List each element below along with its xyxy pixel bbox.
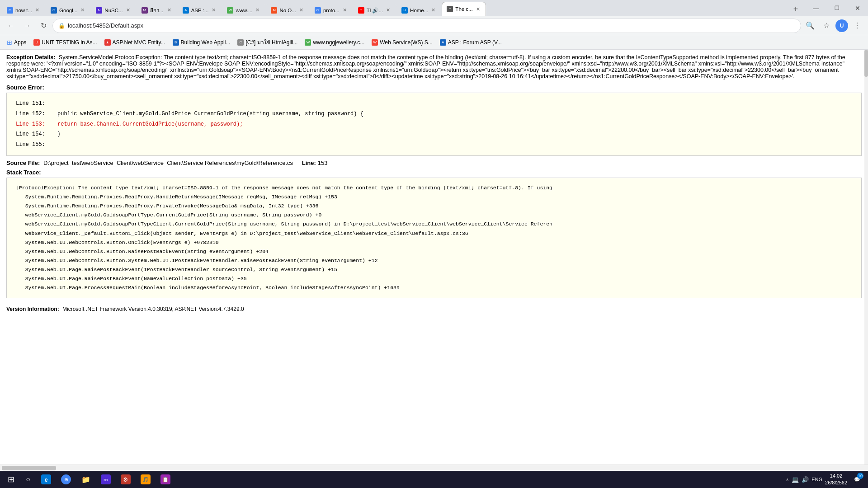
back-button[interactable]: ← (4, 19, 18, 33)
bookmark-item-2[interactable]: ▲ASP.Net MVC Entity... (101, 38, 169, 47)
stack-trace-content: [ProtocolException: The content type tex… (6, 178, 862, 299)
exception-details-text: System.ServiceModel.ProtocolException: T… (6, 54, 845, 80)
page-content: Exception Details: System.ServiceModel.P… (0, 50, 868, 465)
profile-avatar[interactable]: U (835, 19, 848, 32)
bookmark-label-5: www.nggjewellery.c... (313, 39, 364, 46)
bookmark-favicon-5: W (305, 39, 311, 46)
source-line: Line 152: public webService_Client.myGol… (16, 109, 852, 119)
tab-favicon-tab7: M (271, 7, 277, 14)
taskbar-app1[interactable]: ∞ (96, 471, 116, 488)
tab-close-tab3[interactable]: ✕ (125, 7, 131, 14)
taskbar-files[interactable]: 📁 (76, 471, 96, 488)
line-number: Line 151: (16, 99, 52, 109)
tab-tab1[interactable]: Ghow t...✕ (2, 4, 45, 16)
scrollbar-track[interactable] (864, 50, 868, 465)
systray-network[interactable]: 💻 (792, 476, 799, 483)
tab-close-tab7[interactable]: ✕ (298, 7, 304, 14)
line-number: Line 153: (16, 119, 52, 130)
version-info: Version Information: Microsoft .NET Fram… (6, 303, 862, 312)
tab-close-tab5[interactable]: ✕ (211, 7, 217, 14)
line-number: Line 154: (16, 129, 52, 140)
tab-close-tab8[interactable]: ✕ (342, 7, 348, 14)
source-line-sep: Line:153 (302, 160, 328, 166)
menu-button[interactable]: ⋮ (850, 19, 864, 33)
line-number: Line 152: (16, 109, 52, 119)
tab-favicon-tab1: G (7, 7, 13, 14)
tab-tab9[interactable]: TTl 🔊...✕ (353, 4, 396, 16)
horizontal-scrollbar[interactable] (0, 465, 868, 471)
bookmark-item-6[interactable]: WWeb Service(WS) S... (368, 38, 435, 47)
taskbar: ⊞ ○ e ⊕ 📁 ∞ ⚙ 🎵 📋 ∧ 💻 🔊 ENG (0, 471, 868, 488)
tab-favicon-tab4: M (142, 7, 148, 14)
taskbar-search[interactable]: ○ (20, 471, 36, 488)
bookmark-item-7[interactable]: AASP : Forum ASP (V... (437, 38, 505, 47)
reload-button[interactable]: ↻ (36, 19, 51, 33)
tab-favicon-tab3: N (96, 7, 102, 14)
minimize-button[interactable]: — (806, 2, 826, 14)
forward-button[interactable]: → (20, 19, 34, 33)
search-nav-button[interactable]: 🔍 (803, 19, 817, 33)
tab-tab3[interactable]: NNuSC...✕ (91, 4, 136, 16)
tab-label-tab7: No O... (279, 8, 296, 13)
tab-close-tab4[interactable]: ✕ (166, 7, 172, 14)
tab-label-tab8: proto... (323, 8, 340, 13)
tab-label-tab9: Tl 🔊... (367, 7, 383, 14)
notification-count: 10 (857, 473, 863, 479)
address-text: localhost:54852/Default.aspx (68, 22, 143, 29)
tab-tab11[interactable]: TThe c...✕ (442, 2, 486, 16)
line-code: return base.Channel.CurrentGoldPrice(use… (57, 119, 243, 130)
taskbar-app3[interactable]: 🎵 (136, 471, 156, 488)
bookmark-label-1: UNIT TESTING in As... (42, 39, 97, 46)
date-display: 26/8/2562 (825, 479, 847, 486)
bookmark-label-0: Apps (14, 39, 26, 46)
source-file-path: D:\project_test\webService_Client\webSer… (43, 160, 293, 166)
maximize-button[interactable]: ❐ (826, 2, 847, 14)
tab-label-tab5: ASP :... (191, 8, 209, 13)
tab-tab2[interactable]: GGoogl...✕ (46, 4, 90, 16)
tab-tab6[interactable]: Wwww....✕ (222, 4, 265, 16)
tab-favicon-tab8: G (315, 7, 321, 14)
bookmarks-bar: ⊞AppsUUNIT TESTING in As...▲ASP.Net MVC … (0, 35, 868, 50)
bookmark-item-0[interactable]: ⊞Apps (4, 38, 29, 47)
bookmark-item-4[interactable]: C[C#] มาใช้ HtmlAgili... (234, 37, 301, 48)
source-line: Line 151: (16, 99, 852, 109)
bookmark-star-button[interactable]: ☆ (819, 19, 834, 33)
tab-tab4[interactable]: Mสีกา...✕ (137, 4, 177, 16)
bookmark-favicon-6: W (372, 39, 378, 46)
systray-chevron[interactable]: ∧ (786, 477, 789, 482)
line-code: } (57, 129, 61, 140)
systray-lang[interactable]: ENG (811, 477, 822, 482)
taskbar-chrome[interactable]: ⊕ (56, 471, 76, 488)
tab-close-tab6[interactable]: ✕ (255, 7, 260, 14)
taskbar-edge[interactable]: e (36, 471, 56, 488)
taskbar-app2[interactable]: ⚙ (116, 471, 136, 488)
tab-close-tab9[interactable]: ✕ (385, 7, 391, 14)
tab-close-tab10[interactable]: ✕ (430, 7, 436, 14)
time-date[interactable]: 14:02 26/8/2562 (825, 473, 847, 487)
start-button[interactable]: ⊞ (2, 471, 20, 488)
tab-tab7[interactable]: MNo O...✕ (266, 4, 309, 16)
bookmark-item-5[interactable]: Wwww.nggjewellery.c... (302, 38, 368, 47)
tab-label-tab10: Home... (410, 8, 428, 13)
new-tab-button[interactable]: + (789, 3, 802, 15)
tab-tab5[interactable]: AASP :...✕ (178, 4, 222, 16)
apps-grid-icon: ⊞ (7, 39, 12, 46)
notification-button[interactable]: 💬 10 (850, 471, 864, 488)
navigation-bar: ← → ↻ 🔒 localhost:54852/Default.aspx 🔍 ☆… (0, 16, 868, 35)
tab-tab10[interactable]: HHome...✕ (396, 4, 441, 16)
tab-close-tab1[interactable]: ✕ (34, 7, 40, 14)
bookmark-item-1[interactable]: UUNIT TESTING in As... (30, 38, 100, 47)
tab-close-tab11[interactable]: ✕ (475, 6, 481, 13)
tab-tab8[interactable]: Gproto...✕ (310, 4, 353, 16)
close-button[interactable]: ✕ (847, 2, 868, 14)
tab-close-tab2[interactable]: ✕ (80, 7, 85, 14)
tab-favicon-tab10: H (401, 7, 408, 14)
address-bar[interactable]: 🔒 localhost:54852/Default.aspx (52, 19, 801, 33)
systray-volume[interactable]: 🔊 (802, 476, 809, 483)
bookmark-label-2: ASP.Net MVC Entity... (113, 39, 165, 46)
lock-icon: 🔒 (58, 23, 65, 29)
taskbar-app4[interactable]: 📋 (156, 471, 175, 488)
scrollbar-thumb[interactable] (864, 50, 868, 77)
version-label: Version Information: (6, 306, 59, 312)
bookmark-item-3[interactable]: BBuilding Web Appli... (170, 38, 234, 47)
